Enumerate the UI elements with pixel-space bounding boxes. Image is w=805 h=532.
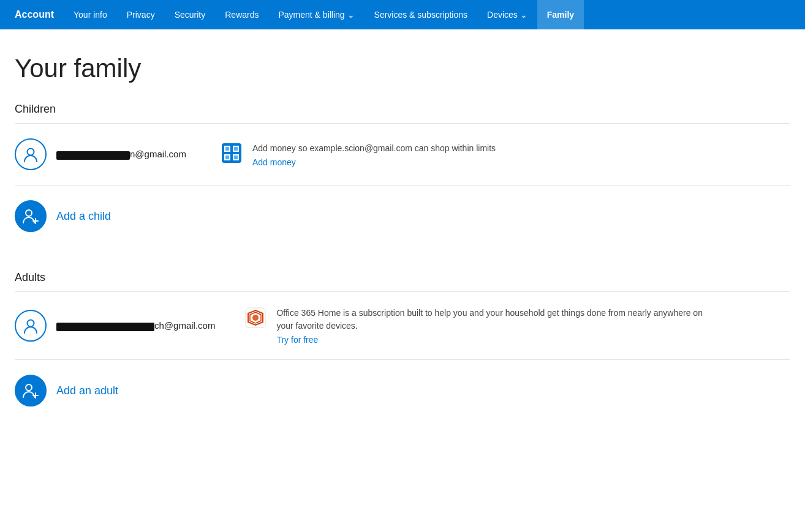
nav-security[interactable]: Security — [165, 0, 216, 29]
child-service-text: Add money so example.scion@gmail.com can… — [252, 142, 496, 167]
child-member-row: n@gmail.com Add money so example.sc — [15, 124, 790, 185]
adults-heading: Adults — [15, 271, 790, 284]
adults-section: Adults ch@gmail.com — [15, 271, 790, 421]
svg-rect-9 — [234, 155, 238, 159]
main-content: Your family Children n@gmail.com — [0, 29, 805, 446]
nav-services-subscriptions[interactable]: Services & subscriptions — [365, 0, 478, 29]
child-email: n@gmail.com — [56, 149, 191, 159]
nav-privacy[interactable]: Privacy — [117, 0, 165, 29]
add-adult-avatar-btn[interactable] — [15, 375, 47, 406]
svg-point-0 — [28, 149, 34, 155]
add-adult-label[interactable]: Add an adult — [56, 384, 118, 397]
child-avatar — [15, 138, 47, 170]
try-for-free-link[interactable]: Try for free — [276, 335, 705, 345]
main-nav: Account Your info Privacy Security Rewar… — [0, 0, 805, 29]
add-money-link[interactable]: Add money — [252, 157, 496, 167]
svg-rect-7 — [234, 147, 238, 151]
adult-avatar — [15, 310, 47, 342]
add-child-avatar-btn[interactable] — [15, 200, 47, 232]
nav-brand[interactable]: Account — [5, 0, 64, 29]
nav-your-info[interactable]: Your info — [64, 0, 117, 29]
children-heading: Children — [15, 103, 790, 116]
svg-rect-8 — [225, 155, 229, 159]
svg-point-15 — [252, 315, 259, 321]
store-icon — [221, 142, 243, 164]
adult-email-redacted — [56, 323, 154, 331]
adult-member-row: ch@gmail.com Office 365 Home is a subscr… — [15, 292, 790, 360]
add-child-row: Add a child — [15, 185, 790, 247]
nav-rewards[interactable]: Rewards — [215, 0, 268, 29]
child-service-info: Add money so example.scion@gmail.com can… — [221, 142, 790, 167]
nav-family[interactable]: Family — [537, 0, 584, 29]
svg-rect-6 — [225, 147, 229, 151]
svg-point-13 — [28, 320, 34, 327]
nav-payment-billing[interactable]: Payment & billing ⌄ — [268, 0, 364, 29]
page-title: Your family — [15, 54, 790, 83]
adult-email-suffix: ch@gmail.com — [154, 320, 215, 331]
adult-service-info: Office 365 Home is a subscription built … — [244, 307, 790, 345]
svg-point-16 — [26, 384, 32, 391]
svg-point-10 — [26, 210, 32, 216]
add-adult-row: Add an adult — [15, 360, 790, 421]
office365-icon — [244, 307, 266, 329]
adult-email: ch@gmail.com — [56, 320, 215, 331]
child-email-suffix: n@gmail.com — [130, 149, 186, 159]
child-email-redacted — [56, 151, 130, 160]
add-child-label[interactable]: Add a child — [56, 210, 111, 223]
adult-service-text: Office 365 Home is a subscription built … — [276, 307, 705, 345]
nav-devices[interactable]: Devices ⌄ — [477, 0, 537, 29]
adult-service-description: Office 365 Home is a subscription built … — [276, 307, 705, 332]
child-service-description: Add money so example.scion@gmail.com can… — [252, 142, 496, 155]
